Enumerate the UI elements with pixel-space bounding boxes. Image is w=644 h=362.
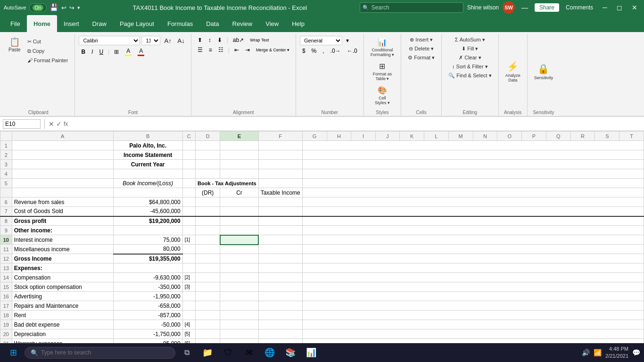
clear-btn[interactable]: ✗ Clear ▾ — [456, 54, 484, 62]
row-header-4[interactable]: 4 — [0, 169, 12, 179]
number-format-select[interactable]: General — [300, 36, 342, 45]
cell-F2[interactable] — [258, 150, 302, 160]
cell-A5b[interactable] — [12, 188, 113, 197]
formula-input[interactable] — [70, 120, 641, 128]
cell-F13[interactable] — [258, 263, 302, 273]
cell-E15[interactable] — [220, 282, 258, 292]
sort-filter-btn[interactable]: ↕ Sort & Filter ▾ — [449, 63, 491, 71]
row-header-18[interactable]: 18 — [0, 311, 12, 320]
cell-A19[interactable]: Bad debt expense — [12, 320, 113, 329]
cell-C14[interactable]: [2] — [182, 273, 195, 282]
grid-scroll[interactable]: A B C D E F G H I J K L M N O P Q — [0, 131, 644, 362]
wrap-text-btn[interactable]: Wrap Text — [248, 37, 271, 43]
cell-B4[interactable] — [113, 169, 182, 179]
insert-cells-btn[interactable]: ⊕ Insert ▾ — [407, 36, 436, 44]
cell-G12[interactable] — [302, 254, 644, 263]
comments-button[interactable]: Comments — [563, 3, 596, 12]
increase-indent-btn[interactable]: ⇥ — [243, 46, 252, 54]
row-header-2[interactable]: 2 — [0, 150, 12, 160]
col-header-L[interactable]: L — [424, 132, 449, 141]
taskbar-search[interactable]: 🔍 — [25, 347, 175, 359]
cell-A11[interactable]: Miscellaneous income — [12, 245, 113, 254]
cell-G18[interactable] — [302, 311, 644, 320]
col-header-B[interactable]: B — [113, 132, 182, 141]
cell-D3[interactable] — [196, 160, 220, 169]
cell-A17[interactable]: Repairs and Maintenance — [12, 301, 113, 311]
col-header-T[interactable]: T — [619, 132, 644, 141]
cell-E3[interactable] — [220, 160, 258, 169]
cell-G15[interactable] — [302, 282, 644, 292]
cell-B5[interactable]: Book Income/(Loss) — [113, 179, 182, 188]
cell-E2[interactable] — [220, 150, 258, 160]
col-header-A[interactable]: A — [12, 132, 113, 141]
start-button[interactable]: ⊞ — [4, 345, 23, 360]
cell-F9[interactable] — [258, 226, 302, 235]
cell-F4[interactable] — [258, 169, 302, 179]
cell-E18[interactable] — [220, 311, 258, 320]
cell-G8[interactable] — [302, 216, 644, 226]
col-header-J[interactable]: J — [375, 132, 400, 141]
format-as-table-btn[interactable]: ⊞ Format asTable ▾ — [370, 60, 395, 83]
tab-page-layout[interactable]: Page Layout — [113, 15, 161, 32]
align-top-btn[interactable]: ⬆ — [195, 36, 205, 44]
col-header-Q[interactable]: Q — [546, 132, 570, 141]
cell-G19[interactable] — [302, 320, 644, 329]
cell-D12[interactable] — [196, 254, 220, 263]
cell-E4[interactable] — [220, 169, 258, 179]
cell-A14[interactable]: Compensation — [12, 273, 113, 282]
cell-E1[interactable] — [220, 141, 258, 150]
redo-icon[interactable]: ↪ — [69, 4, 74, 11]
orientation-btn[interactable]: ab↗ — [231, 36, 246, 44]
cell-A2[interactable] — [12, 150, 113, 160]
network-icon[interactable]: 📶 — [594, 349, 602, 356]
row-header-10[interactable]: 10 — [0, 235, 12, 245]
cell-G17[interactable] — [302, 301, 644, 311]
font-size-select[interactable]: 11 — [141, 36, 160, 45]
cell-B16[interactable]: -1,950,000 — [113, 292, 182, 301]
volume-icon[interactable]: 🔊 — [582, 349, 590, 356]
cell-G5[interactable] — [302, 179, 644, 188]
cell-A6[interactable]: Revenue from sales — [12, 197, 113, 207]
increase-decimal-btn[interactable]: .0→ — [328, 47, 343, 55]
cell-C17[interactable] — [182, 301, 195, 311]
cell-A18[interactable]: Rent — [12, 311, 113, 320]
cell-E6[interactable] — [220, 197, 258, 207]
col-header-I[interactable]: I — [351, 132, 375, 141]
cell-D10[interactable] — [196, 235, 220, 245]
cell-G10[interactable] — [302, 235, 644, 245]
tab-help[interactable]: Help — [285, 15, 311, 32]
cell-A16[interactable]: Advertising — [12, 292, 113, 301]
cell-D5b[interactable]: (DR) — [196, 188, 220, 197]
cell-F10[interactable] — [258, 235, 302, 245]
cell-B3[interactable]: Current Year — [113, 160, 182, 169]
col-header-N[interactable]: N — [473, 132, 497, 141]
col-header-F[interactable]: F — [258, 132, 302, 141]
taskbar-edge[interactable]: 🌐 — [260, 345, 279, 360]
cell-A13[interactable]: Expenses: — [12, 263, 113, 273]
row-header-6[interactable]: 6 — [0, 197, 12, 207]
cell-C20[interactable]: [5] — [182, 329, 195, 339]
cell-B11[interactable]: 80,000 — [113, 245, 182, 254]
cell-F20[interactable] — [258, 329, 302, 339]
tab-file[interactable]: File — [4, 15, 27, 32]
col-header-D[interactable]: D — [196, 132, 220, 141]
row-header-9[interactable]: 9 — [0, 226, 12, 235]
cell-G11[interactable] — [302, 245, 644, 254]
percent-btn[interactable]: % — [309, 47, 319, 55]
comma-btn[interactable]: , — [320, 47, 326, 55]
cell-C9[interactable] — [182, 226, 195, 235]
row-header-5[interactable]: 5 — [0, 179, 12, 188]
fill-btn[interactable]: ⬇ Fill ▾ — [459, 45, 481, 53]
row-header-1[interactable]: 1 — [0, 141, 12, 150]
cell-D5[interactable]: Book - Tax Adjustments — [196, 179, 259, 188]
currency-btn[interactable]: $ — [300, 47, 308, 55]
cancel-formula-icon[interactable]: ✕ — [49, 120, 54, 128]
font-color-button[interactable]: A — [135, 47, 147, 57]
save-icon[interactable]: 💾 — [50, 3, 58, 12]
cell-B2[interactable]: Income Statement — [113, 150, 182, 160]
cell-G7[interactable] — [302, 207, 644, 216]
cell-D7[interactable] — [196, 207, 220, 216]
taskbar-task-view[interactable]: ⧉ — [177, 345, 196, 360]
col-header-P[interactable]: P — [522, 132, 546, 141]
row-header-13[interactable]: 13 — [0, 263, 12, 273]
